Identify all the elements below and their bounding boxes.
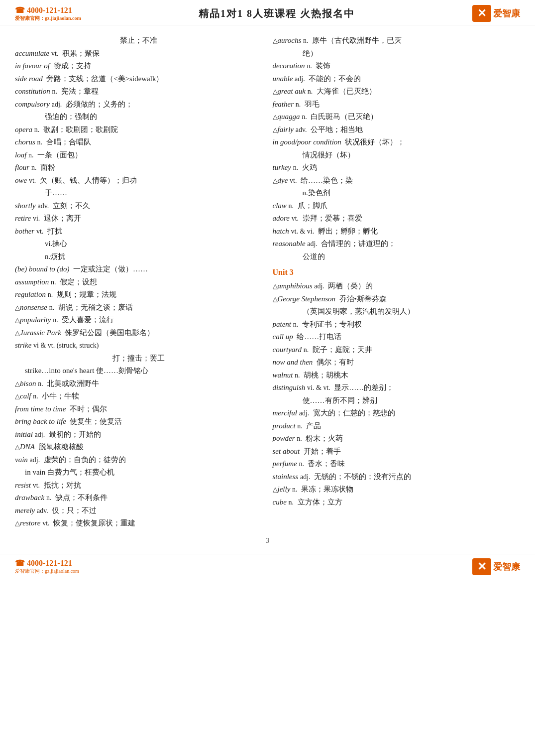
footer: ☎ 4000-121-121 爱智康官网：gz.jiajiaolan.com ✕…	[0, 554, 535, 578]
list-item: loaf n. 一条（面包）	[15, 149, 263, 162]
list-item: courtyard n. 院子；庭院；天井	[273, 344, 521, 357]
list-item: Unit 3	[273, 268, 521, 277]
list-item: in vain 白费力气；枉费心机	[15, 466, 263, 479]
list-item: side road 旁路；支线；岔道（<美>sidewalk）	[15, 73, 263, 86]
list-item: now and then 偶尔；有时	[273, 356, 521, 369]
list-item: bother vt. 打扰	[15, 225, 263, 238]
list-item: set about 开始；着手	[273, 445, 521, 458]
list-item: perfume n. 香水；香味	[273, 458, 521, 471]
footer-logo-name: 爱智康	[493, 561, 520, 573]
list-item: reasonable adj. 合情理的；讲道理的；	[273, 238, 521, 251]
list-item: △DNA 脱氧核糖核酸	[15, 441, 263, 454]
list-item: initial adj. 最初的；开始的	[15, 428, 263, 441]
list-item: assumption n. 假定；设想	[15, 276, 263, 289]
list-item: distinguish vi. & vt. 显示……的差别；	[273, 381, 521, 394]
list-item: hatch vt. & vi. 孵出；孵卵；孵化	[273, 225, 521, 238]
list-item: feather n. 羽毛	[273, 98, 521, 111]
list-item: △aurochs n. 原牛（古代欧洲野牛，已灭	[273, 34, 521, 47]
footer-logo: ✕ 爱智康	[472, 558, 520, 575]
list-item: shortly adv. 立刻；不久	[15, 200, 263, 213]
list-item: △bison n. 北美或欧洲野牛	[15, 378, 263, 390]
header-logo: ✕ 爱智康	[472, 5, 520, 22]
list-item: constitution n. 宪法；章程	[15, 85, 263, 98]
list-item: vi.操心	[15, 238, 263, 251]
phone-number-left: ☎ 4000-121-121	[15, 6, 72, 14]
list-item: adore vt. 崇拜；爱慕；喜爱	[273, 212, 521, 225]
list-item: compulsory adj. 必须做的；义务的；	[15, 98, 263, 111]
list-item: n.烦扰	[15, 251, 263, 263]
list-item: △amphibious adj. 两栖（类）的	[273, 280, 521, 293]
logo-name: 爱智康	[493, 7, 520, 19]
list-item: in good/poor condition 状况很好（坏）；	[273, 136, 521, 149]
footer-phone-sub: 爱智康官网：gz.jiajiaolan.com	[15, 568, 79, 575]
list-item: △restore vt. 恢复；使恢复原状；重建	[15, 517, 263, 530]
list-item: powder n. 粉末；火药	[273, 432, 521, 445]
list-item: call up 给……打电话	[273, 331, 521, 344]
list-item: △great auk n. 大海雀（已灭绝）	[273, 85, 521, 98]
list-item: chorus n. 合唱；合唱队	[15, 136, 263, 149]
list-item: △popularity n. 受人喜爱；流行	[15, 314, 263, 327]
list-item: regulation n. 规则；规章；法规	[15, 288, 263, 301]
list-item: flour n. 面粉	[15, 161, 263, 174]
list-item: bring back to life 使复生；使复活	[15, 415, 263, 428]
list-item: 公道的	[273, 251, 521, 263]
list-item: opera n. 歌剧；歌剧团；歌剧院	[15, 124, 263, 136]
list-item: 强迫的；强制的	[15, 111, 263, 124]
footer-phone-number: ☎ 4000-121-121	[15, 559, 72, 567]
list-item: n.染色剂	[273, 187, 521, 200]
footer-logo-icon-box: ✕	[472, 558, 491, 575]
list-item: △dye vt. 给……染色；染	[273, 174, 521, 187]
footer-logo-x-icon: ✕	[477, 560, 486, 573]
list-item: merely adv. 仅；只；不过	[15, 504, 263, 517]
list-item: 于……	[15, 187, 263, 200]
list-item: △Jurassic Park 侏罗纪公园（美国电影名）	[15, 327, 263, 340]
list-item: △George Stephenson 乔治•斯蒂芬森	[273, 293, 521, 306]
list-item: △nonsense n. 胡说；无稽之谈；废话	[15, 301, 263, 314]
right-column: △aurochs n. 原牛（古代欧洲野牛，已灭绝）decoration n. …	[273, 34, 521, 530]
header: ☎ 4000-121-121 爱智康官网：gz.jiajiaolan.com 精…	[0, 0, 535, 25]
left-column: 禁止；不准accumulate vt. 积累；聚保in favour of 赞成…	[15, 34, 263, 530]
page-number: 3	[0, 535, 535, 549]
list-item: merciful adj. 宽大的；仁慈的；慈悲的	[273, 407, 521, 420]
list-item: △calf n. 小牛；牛犊	[15, 390, 263, 403]
list-item: （英国发明家，蒸汽机的发明人）	[273, 305, 521, 318]
list-item: △jelly n. 果冻；果冻状物	[273, 483, 521, 496]
list-item: strike vi & vt. (struck, struck)	[15, 339, 263, 352]
header-title: 精品1对1 8人班课程 火热报名中	[199, 7, 355, 20]
logo-x-icon: ✕	[477, 7, 486, 20]
main-content: 禁止；不准accumulate vt. 积累；聚保in favour of 赞成…	[0, 25, 535, 535]
list-item: patent n. 专利证书；专利权	[273, 318, 521, 331]
list-item: vain adj. 虚荣的；自负的；徒劳的	[15, 454, 263, 467]
list-item: △fairly adv. 公平地；相当地	[273, 124, 521, 136]
list-item: drawback n. 缺点；不利条件	[15, 492, 263, 504]
footer-phone-left: ☎ 4000-121-121 爱智康官网：gz.jiajiaolan.com	[15, 558, 79, 575]
phone-sub-left: 爱智康官网：gz.jiajiaolan.com	[15, 15, 81, 22]
list-item: strike…into one's heart 使……刻骨铭心	[15, 365, 263, 378]
list-item: unable adj. 不能的；不会的	[273, 73, 521, 86]
list-item: retire vi. 退休；离开	[15, 212, 263, 225]
list-item: 禁止；不准	[15, 34, 263, 47]
list-item: claw n. 爪；脚爪	[273, 200, 521, 213]
list-item: resist vt. 抵抗；对抗	[15, 479, 263, 492]
list-item: owe vt. 欠（账、钱、人情等）；归功	[15, 174, 263, 187]
list-item: in favour of 赞成；支持	[15, 60, 263, 73]
list-item: product n. 产品	[273, 420, 521, 433]
list-item: accumulate vt. 积累；聚保	[15, 47, 263, 60]
list-item: (be) bound to (do) 一定或注定（做）……	[15, 263, 263, 276]
list-item: from time to time 不时；偶尔	[15, 403, 263, 416]
list-item: walnut n. 胡桃；胡桃木	[273, 369, 521, 382]
list-item: △quagga n. 白氏斑马（已灭绝）	[273, 111, 521, 124]
list-item: stainless adj. 无锈的；不锈的；没有污点的	[273, 471, 521, 484]
list-item: 使……有所不同；辨别	[273, 394, 521, 407]
logo-icon-box: ✕	[472, 5, 491, 22]
header-phone-left: ☎ 4000-121-121 爱智康官网：gz.jiajiaolan.com	[15, 5, 81, 22]
list-item: cube n. 立方体；立方	[273, 496, 521, 509]
list-item: 打；撞击；罢工	[15, 352, 263, 365]
list-item: 情况很好（坏）	[273, 149, 521, 162]
list-item: decoration n. 装饰	[273, 60, 521, 73]
list-item: 绝）	[273, 47, 521, 60]
list-item: turkey n. 火鸡	[273, 161, 521, 174]
